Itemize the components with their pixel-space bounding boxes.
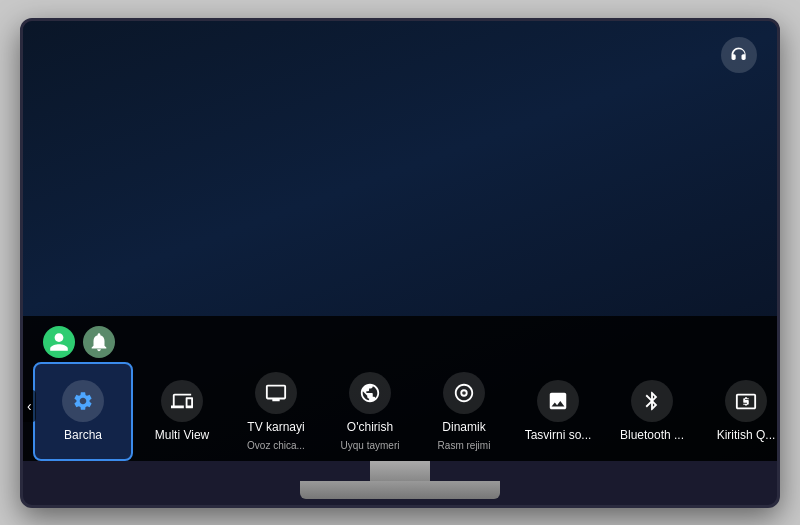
ochirish-icon-circle — [349, 372, 391, 414]
multi-view-icon — [171, 390, 193, 412]
headphone-button[interactable] — [721, 37, 757, 73]
menu-item-barcha[interactable]: Barcha — [33, 362, 133, 461]
dinamik-title: Dinamik — [442, 420, 485, 434]
dinamik-icon-circle — [443, 372, 485, 414]
menu-item-multi-view[interactable]: Multi View — [137, 362, 227, 461]
tv-karnayi-title: TV karnayi — [247, 420, 304, 434]
dynamic-icon — [453, 382, 475, 404]
tasvirni-title: Tasvirni so... — [525, 428, 592, 442]
bell-icon — [88, 331, 110, 353]
tasvirni-icon-circle — [537, 380, 579, 422]
notification-bell-icon[interactable] — [83, 326, 115, 358]
menu-item-bluetooth[interactable]: Bluetooth ... — [607, 362, 697, 461]
tv-karnayi-subtitle: Ovoz chica... — [247, 440, 305, 451]
bluetooth-icon — [641, 390, 663, 412]
globe-icon — [359, 382, 381, 404]
kiritish-icon-circle — [725, 380, 767, 422]
tv-karnayi-icon-circle — [255, 372, 297, 414]
bluetooth-icon-circle — [631, 380, 673, 422]
input-icon — [735, 390, 757, 412]
dinamik-subtitle: Rasm rejimi — [438, 440, 491, 451]
ochirish-title: O'chirish — [347, 420, 393, 434]
user-row — [23, 316, 777, 362]
barcha-title: Barcha — [64, 428, 102, 442]
headphone-icon — [729, 45, 749, 65]
user-profile-icon[interactable] — [43, 326, 75, 358]
barcha-icon-circle — [62, 380, 104, 422]
gear-icon — [72, 390, 94, 412]
tv-frame: ‹ — [20, 18, 780, 508]
image-icon — [547, 390, 569, 412]
menu-row: Barcha Multi View — [23, 362, 777, 461]
tv-stand — [23, 461, 777, 508]
menu-item-kiritish[interactable]: Kiritish Q... — [701, 362, 777, 461]
person-icon — [48, 331, 70, 353]
stand-base — [300, 481, 500, 499]
stand-neck — [370, 461, 430, 481]
menu-item-dinamik[interactable]: Dinamik Rasm rejimi — [419, 362, 509, 461]
kiritish-title: Kiritish Q... — [717, 428, 776, 442]
left-arrow-button[interactable]: ‹ — [23, 390, 36, 422]
ochirish-subtitle: Uyqu taymeri — [341, 440, 400, 451]
bluetooth-title: Bluetooth ... — [620, 428, 684, 442]
monitor-icon — [265, 382, 287, 404]
multi-view-title: Multi View — [155, 428, 209, 442]
menu-item-tasvirni[interactable]: Tasvirni so... — [513, 362, 603, 461]
tv-screen: ‹ — [23, 21, 777, 461]
bottom-bar: Barcha Multi View — [23, 316, 777, 461]
svg-point-1 — [462, 391, 466, 395]
multi-view-icon-circle — [161, 380, 203, 422]
menu-item-tv-karnayi[interactable]: TV karnayi Ovoz chica... — [231, 362, 321, 461]
menu-item-ochirish[interactable]: O'chirish Uyqu taymeri — [325, 362, 415, 461]
